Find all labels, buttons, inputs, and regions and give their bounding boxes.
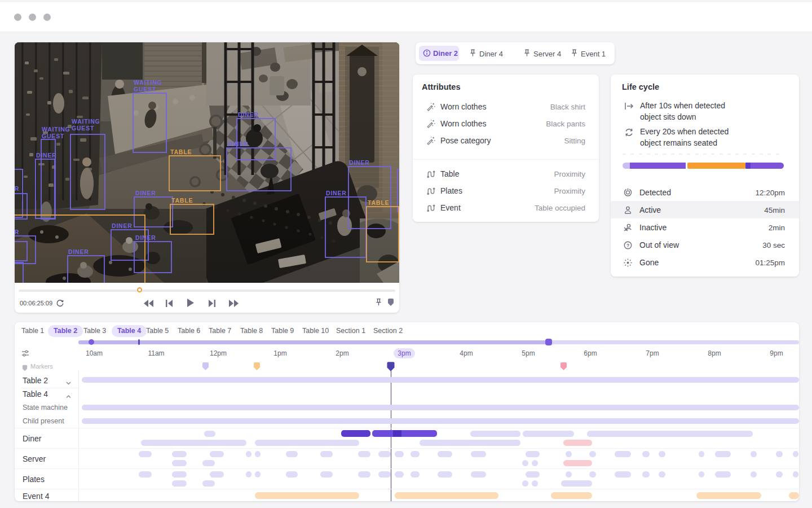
svg-text:WAITING: WAITING: [72, 118, 100, 125]
svg-text:DINER: DINER: [238, 111, 259, 118]
svg-text:GUEST: GUEST: [42, 133, 64, 139]
svg-text:DINER: DINER: [135, 190, 156, 196]
svg-text:TABLE: TABLE: [368, 199, 389, 206]
svg-text:ER: ER: [15, 185, 19, 192]
svg-text:DINER: DINER: [135, 234, 156, 241]
svg-text:DINER: DINER: [68, 248, 89, 255]
svg-text:DINER: DINER: [36, 152, 57, 159]
svg-text:WAITING: WAITING: [42, 126, 70, 133]
svg-text:GUEST: GUEST: [134, 86, 156, 93]
svg-text:ER: ER: [15, 229, 19, 235]
svg-text:DINER: DINER: [349, 159, 370, 166]
svg-text:DINER: DINER: [326, 190, 347, 196]
svg-text:DINER: DINER: [228, 141, 249, 147]
svg-text:?: ?: [626, 243, 629, 248]
svg-text:DINER: DINER: [112, 222, 133, 229]
svg-text:WAITING: WAITING: [134, 79, 162, 86]
svg-text:GUEST: GUEST: [72, 125, 94, 132]
svg-text:TABLE: TABLE: [171, 197, 193, 204]
svg-text:TABLE: TABLE: [170, 148, 192, 155]
